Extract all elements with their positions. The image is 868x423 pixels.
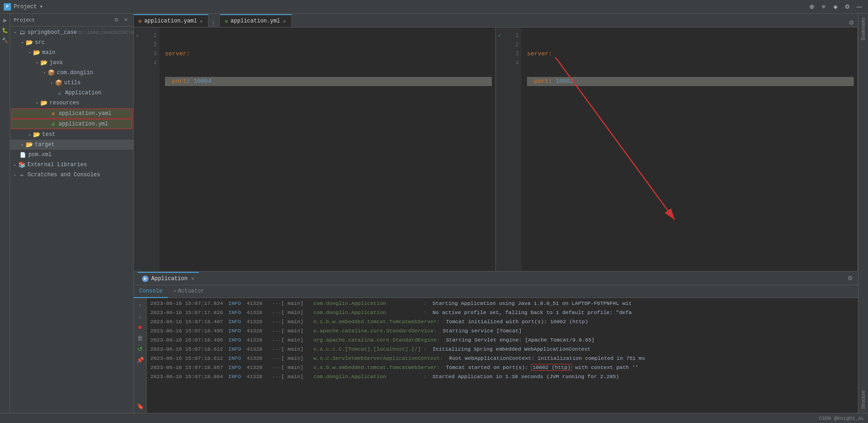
log-tid-5: 41328 xyxy=(247,337,272,343)
log-level-3: INFO xyxy=(228,319,247,325)
tree-arrow-resources[interactable]: ▾ xyxy=(34,100,40,106)
src-icon: 📂 xyxy=(26,39,33,46)
tab-yaml-label: application.yaml xyxy=(144,18,197,24)
right-strip-btn[interactable]: Bookmarks xyxy=(861,16,866,42)
tree-item-resources[interactable]: ▾ 📂 resources xyxy=(10,98,133,108)
tree-item-target[interactable]: ▸ 📂 target xyxy=(10,140,133,150)
build-button[interactable]: 🔨 xyxy=(0,36,10,45)
minimize-button[interactable]: — xyxy=(854,2,864,12)
tree-item-main[interactable]: ▾ 📂 main xyxy=(10,48,133,58)
options-button[interactable]: ◈ xyxy=(830,2,841,12)
tab-menu-dots[interactable]: ⋮ xyxy=(209,20,218,27)
clear-button[interactable]: 🗑 xyxy=(135,333,145,343)
ext-lib-label: External Libraries xyxy=(27,162,87,168)
port-highlight: 10002 (http) xyxy=(531,364,572,371)
log-line-4: 2023-06-16 15:07:18.495 INFO 41328 --- [… xyxy=(147,327,858,336)
log-tid-4: 41328 xyxy=(247,328,272,334)
main-label: main xyxy=(42,49,55,56)
tab-yml-close[interactable]: ✕ xyxy=(282,18,287,25)
pin-button[interactable]: 📌 xyxy=(135,355,145,365)
root-path: D:\idea\java2022SC\springbc... xyxy=(79,30,133,35)
run-subtab-actuator[interactable]: ⚡ Actuator xyxy=(168,285,209,298)
scroll-down-button[interactable]: ↓ xyxy=(135,311,145,321)
editor-tabs-bar: ⚙ application.yaml ✕ ⋮ ⚙ application.yml… xyxy=(134,14,858,27)
server-key-left: server: xyxy=(165,49,190,59)
code-area-right[interactable]: ✓ 1 2 3 4 server: xyxy=(496,27,857,271)
colon-left: : xyxy=(187,77,194,86)
run-tab-close[interactable]: ✕ xyxy=(191,276,194,282)
settings-button[interactable]: ⚙ xyxy=(842,2,852,12)
log-tid-1: 41328 xyxy=(247,300,272,306)
run-panel: ▶ Application ✕ ⚙ Console ⚡ Actuator xyxy=(134,271,858,413)
panel-gear-button[interactable]: ⚙ xyxy=(112,16,121,24)
log-bracket-4: [ main] xyxy=(281,328,313,334)
code-area-left[interactable]: ✓ 1 2 3 4 server: xyxy=(134,27,495,271)
tree-arrow-ext-lib[interactable]: ▸ xyxy=(12,162,18,168)
run-button[interactable]: ▶ xyxy=(0,16,10,25)
tab-yml-label: application.yml xyxy=(231,18,280,24)
tree-item-application-yaml[interactable]: ⚙ application.yaml xyxy=(11,108,132,119)
port-key-right xyxy=(527,77,534,86)
tree-item-application-yml[interactable]: ⚙ application.yml xyxy=(11,119,132,129)
title-dropdown-arrow[interactable]: ▾ xyxy=(39,3,43,10)
log-logger-2: com.donglin.Application xyxy=(313,309,423,315)
project-panel: Project ⚙ ✕ ▾ 🗂 springboot_case D:\idea\… xyxy=(10,14,134,413)
tree-item-test[interactable]: ▸ 📂 test xyxy=(10,130,133,140)
code-line-4-right xyxy=(527,132,854,141)
tree-item-java[interactable]: ▾ 📂 java xyxy=(10,58,133,68)
tree-arrow-test[interactable]: ▸ xyxy=(27,131,33,138)
log-bracket-6: [ main] xyxy=(281,346,313,352)
run-settings-button[interactable]: ⚙ xyxy=(846,274,854,282)
structure-button[interactable]: ≡ xyxy=(819,2,829,12)
log-level-1: INFO xyxy=(228,300,247,306)
run-tab-application[interactable]: ▶ Application ✕ xyxy=(137,272,199,285)
code-line-4-left xyxy=(165,132,492,141)
tab-application-yaml[interactable]: ⚙ application.yaml ✕ xyxy=(134,14,209,27)
code-content-right[interactable]: server: port: 10002 xyxy=(522,27,857,271)
run-log[interactable]: 2023-06-16 15:07:17.824 INFO 41328 --- [… xyxy=(147,298,858,413)
run-subtab-console[interactable]: Console xyxy=(134,285,168,298)
tree-item-utils[interactable]: ▸ 📦 utils xyxy=(10,78,133,88)
tree-item-pom[interactable]: 📄 pom.xml xyxy=(10,150,133,160)
log-sep-4: : xyxy=(434,328,443,334)
title-bar-left: P Project ▾ xyxy=(4,3,43,11)
tab-yaml-close[interactable]: ✕ xyxy=(199,18,204,25)
editor-settings-button[interactable]: ⚙ xyxy=(847,18,856,27)
line-num-1-left: 1 xyxy=(141,31,157,40)
log-level-8: INFO xyxy=(228,364,247,370)
bookmark-run-button[interactable]: 🔖 xyxy=(135,401,145,411)
tree-item-root[interactable]: ▾ 🗂 springboot_case D:\idea\java2022SC\s… xyxy=(10,27,133,38)
check-icon-left: ✓ xyxy=(136,33,139,38)
tree-item-application[interactable]: ☕ Application xyxy=(10,88,133,98)
tree-arrow-main[interactable]: ▾ xyxy=(27,49,33,56)
right-strip-structure-btn[interactable]: Structure xyxy=(861,389,866,411)
tree-item-scratch[interactable]: ▸ ✏ Scratches and Consoles xyxy=(10,170,133,180)
tree-arrow-scratch[interactable]: ▸ xyxy=(12,172,18,178)
scroll-up-button[interactable]: ↑ xyxy=(135,300,145,310)
log-sep-9: : xyxy=(423,374,433,380)
log-sep-1: : xyxy=(423,300,433,306)
debug-button[interactable]: 🐛 xyxy=(0,26,10,35)
log-bracket-9: [ main] xyxy=(281,374,313,380)
tree-arrow-target[interactable]: ▸ xyxy=(19,141,26,148)
code-line-1-left: server: xyxy=(165,49,492,59)
tree-arrow-com-donglin[interactable]: ▾ xyxy=(41,70,48,76)
tree-item-src[interactable]: ▾ 📂 src xyxy=(10,38,133,48)
tree-item-com-donglin[interactable]: ▾ 📦 com.donglin xyxy=(10,68,133,78)
tree-arrow-utils[interactable]: ▸ xyxy=(49,80,55,86)
tree-arrow-src[interactable]: ▾ xyxy=(19,39,26,46)
rerun-button[interactable]: ↺ xyxy=(135,344,145,354)
new-file-button[interactable]: ⊕ xyxy=(807,2,817,12)
scratch-label: Scratches and Consoles xyxy=(27,172,100,178)
panel-close-button[interactable]: ✕ xyxy=(121,16,130,24)
log-level-2: INFO xyxy=(228,309,247,315)
code-content-left[interactable]: server: port: 10004 xyxy=(159,27,495,271)
tree-arrow-java[interactable]: ▾ xyxy=(34,60,40,66)
tab-application-yml[interactable]: ⚙ application.yml ✕ xyxy=(220,14,291,27)
actuator-icon: ⚡ xyxy=(173,288,176,294)
tree-arrow-root[interactable]: ▾ xyxy=(12,29,18,36)
tree-item-ext-lib[interactable]: ▸ 📚 External Libraries xyxy=(10,160,133,170)
run-toolbar: ↑ ↓ ■ 🗑 ↺ 📌 🔖 xyxy=(134,298,147,413)
stop-button[interactable]: ■ xyxy=(135,322,145,332)
code-line-3-left xyxy=(165,104,492,114)
